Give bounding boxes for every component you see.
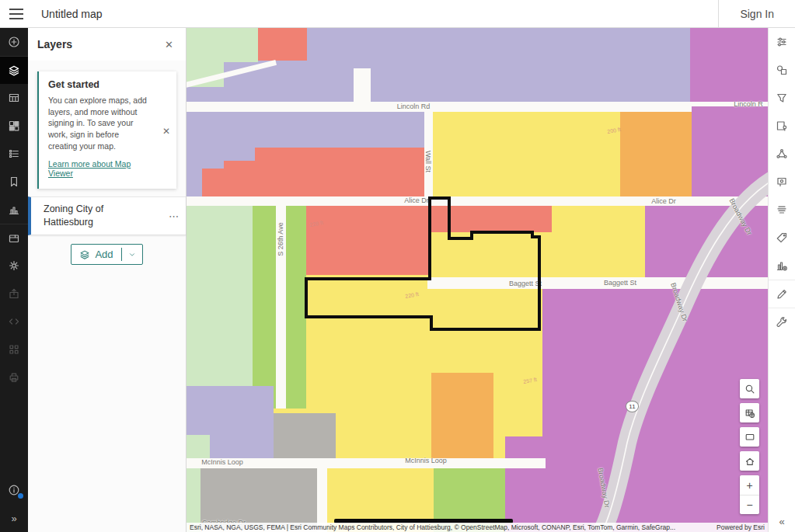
table-icon [8, 92, 20, 104]
aggregation-icon [776, 148, 788, 160]
zoning-parcel[interactable] [286, 206, 306, 409]
layer-options-icon[interactable]: ⋯ [169, 210, 180, 222]
get-started-card: Get started You can explore maps, add la… [37, 71, 176, 189]
add-layer-split-button[interactable]: Add [71, 244, 142, 265]
tag-icon [776, 231, 788, 244]
sketch-tab[interactable] [769, 280, 795, 308]
table-tab[interactable] [0, 84, 28, 112]
zoning-parcel[interactable] [449, 206, 552, 232]
road-segment[interactable] [187, 102, 768, 112]
road-segment[interactable] [427, 277, 768, 289]
zoning-parcel[interactable] [202, 169, 224, 196]
street-label: Wall St [424, 151, 432, 172]
legend-icon [8, 148, 20, 160]
expand-rail-button[interactable]: » [0, 504, 28, 532]
zoning-parcel[interactable] [431, 373, 493, 458]
chart-settings-tab[interactable] [769, 252, 795, 280]
add-layer-button[interactable] [0, 28, 28, 56]
info-button[interactable] [0, 476, 28, 504]
map-controls: + − [740, 379, 759, 514]
zoning-parcel[interactable] [620, 112, 692, 196]
zoning-parcel[interactable] [187, 435, 210, 458]
tag-tab[interactable] [769, 224, 795, 252]
zoning-parcel[interactable] [255, 148, 424, 196]
learn-more-link[interactable]: Learn more about Map Viewer [48, 159, 156, 178]
map-settings-tab[interactable] [0, 252, 28, 280]
fields-tab[interactable] [769, 112, 795, 140]
zoning-parcel[interactable] [187, 206, 253, 386]
road-segment[interactable] [187, 196, 768, 206]
charts-tab[interactable] [0, 196, 28, 224]
apps-icon [8, 343, 20, 356]
zoning-parcel[interactable] [505, 436, 768, 532]
save-tab[interactable] [0, 224, 28, 252]
layer-item-zoning[interactable]: Zoning City of Hattiesburg ⋯ [28, 196, 186, 235]
zoning-parcel[interactable] [552, 206, 645, 277]
create-app-tab[interactable] [0, 336, 28, 363]
aggregation-tab[interactable] [769, 140, 795, 168]
analysis-wrench-icon [776, 316, 788, 329]
zoom-in-button[interactable]: + [740, 475, 759, 495]
zoning-parcel[interactable] [645, 206, 768, 277]
left-toolbar: » [0, 28, 28, 532]
app-header: Untitled map Sign In [0, 0, 795, 28]
search-button[interactable] [740, 379, 759, 398]
zoning-parcel[interactable] [433, 112, 620, 196]
zoning-parcel[interactable] [692, 106, 768, 196]
search-icon [744, 384, 755, 395]
street-label: Lincoln R [734, 100, 763, 108]
add-dropdown-button[interactable] [121, 248, 142, 261]
bookmarks-tab[interactable] [0, 168, 28, 196]
print-tab[interactable] [0, 363, 28, 391]
analysis-tab[interactable] [769, 308, 795, 336]
home-button[interactable] [740, 451, 759, 471]
close-panel-icon[interactable]: ✕ [162, 36, 176, 54]
collapse-chevrons-icon: « [779, 516, 784, 527]
sketch-pencil-icon [776, 288, 788, 301]
screen-icon [744, 432, 755, 443]
collapse-rail-button[interactable]: « [779, 516, 784, 527]
embed-code-icon [8, 315, 20, 328]
basemap-tab[interactable] [0, 112, 28, 140]
layers-tab[interactable] [0, 56, 28, 84]
road-segment[interactable] [354, 68, 371, 102]
zoning-parcel[interactable] [187, 28, 258, 62]
fields-key-icon [776, 120, 788, 132]
layers-icon [79, 249, 90, 260]
zoning-parcel[interactable] [274, 413, 336, 458]
powered-by-esri: Powered by Esri [717, 523, 765, 531]
basemap-icon [8, 120, 20, 132]
hamburger-icon[interactable] [0, 0, 33, 28]
embed-tab[interactable] [0, 308, 28, 336]
bookmark-icon [8, 176, 20, 188]
zoning-parcel[interactable] [258, 28, 307, 61]
road-segment[interactable] [424, 102, 433, 196]
zoom-out-button[interactable]: − [740, 495, 759, 514]
right-toolbar: « [768, 28, 795, 532]
properties-tab[interactable] [769, 28, 795, 56]
zoning-parcel[interactable] [430, 232, 552, 277]
dismiss-card-icon[interactable]: ✕ [162, 126, 170, 137]
layers-panel-header: Layers ✕ [28, 28, 186, 61]
add-circle-icon [8, 36, 20, 48]
zoning-parcel[interactable] [306, 206, 430, 275]
zoning-parcel[interactable] [690, 28, 768, 106]
settings-gear-icon [8, 259, 20, 272]
styles-tab[interactable] [769, 56, 795, 84]
zoning-parcel[interactable] [253, 206, 276, 409]
legend-tab[interactable] [0, 140, 28, 168]
basemap-button[interactable] [740, 403, 759, 422]
overview-button[interactable] [740, 427, 759, 447]
street-label: S 26th Ave [277, 222, 284, 256]
share-tab[interactable] [0, 280, 28, 308]
map-canvas[interactable]: Lincoln RdLincoln RWall StAlice DrAlice … [187, 28, 768, 532]
labels-icon [776, 203, 788, 216]
map-attribution: Esri, NASA, NGA, USGS, FEMA | Esri Commu… [187, 523, 768, 532]
popups-tab[interactable] [769, 168, 795, 196]
highway-11-shield: 11 [626, 401, 639, 412]
popup-config-icon [776, 176, 788, 188]
sign-in-button[interactable]: Sign In [718, 0, 795, 28]
filter-tab[interactable] [769, 84, 795, 112]
zoning-parcel[interactable] [224, 161, 255, 196]
labels-tab[interactable] [769, 196, 795, 224]
